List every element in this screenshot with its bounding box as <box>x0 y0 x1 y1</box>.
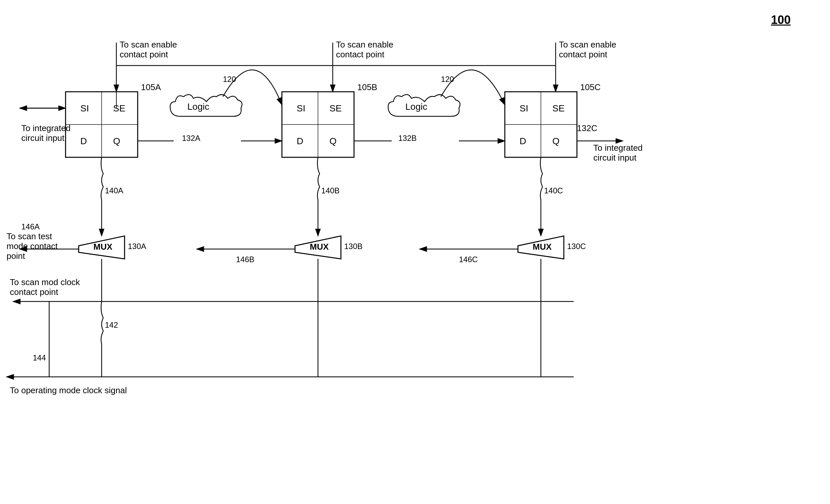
svg-text:SI: SI <box>80 103 89 113</box>
svg-text:SI: SI <box>297 103 305 113</box>
svg-text:To integrated: To integrated <box>593 143 642 153</box>
svg-text:MUX: MUX <box>93 242 113 252</box>
svg-text:144: 144 <box>33 353 46 362</box>
svg-text:MUX: MUX <box>310 242 329 252</box>
svg-text:146A: 146A <box>21 222 40 231</box>
svg-text:140B: 140B <box>321 186 340 195</box>
svg-text:105C: 105C <box>580 82 601 92</box>
svg-text:140A: 140A <box>105 186 123 195</box>
svg-text:132A: 132A <box>182 134 200 142</box>
svg-text:105A: 105A <box>141 82 161 92</box>
svg-text:142: 142 <box>105 321 118 329</box>
svg-text:SE: SE <box>552 103 565 113</box>
svg-text:130A: 130A <box>128 242 146 251</box>
svg-text:To scan enable: To scan enable <box>336 40 393 49</box>
svg-text:146C: 146C <box>459 255 478 264</box>
svg-text:To scan enable: To scan enable <box>559 40 616 49</box>
svg-text:To scan enable: To scan enable <box>120 40 177 49</box>
svg-text:circuit input: circuit input <box>593 153 637 163</box>
svg-text:mode contact: mode contact <box>6 241 58 251</box>
svg-text:120: 120 <box>441 75 454 83</box>
svg-text:Logic: Logic <box>188 102 210 112</box>
svg-text:contact point: contact point <box>10 287 58 297</box>
svg-text:Logic: Logic <box>406 102 427 112</box>
circuit-diagram: SI SE D Q 105A SI SE D Q 105B SI SE D Q … <box>0 0 830 504</box>
svg-text:130C: 130C <box>567 242 586 251</box>
svg-text:To operating mode clock signal: To operating mode clock signal <box>10 385 127 395</box>
svg-text:SE: SE <box>329 103 342 113</box>
svg-text:To integrated: To integrated <box>21 123 70 133</box>
svg-text:D: D <box>297 136 303 146</box>
svg-text:D: D <box>519 136 526 146</box>
svg-text:contact point: contact point <box>559 49 607 59</box>
svg-text:To scan mod  clock: To scan mod clock <box>10 277 80 287</box>
svg-text:contact point: contact point <box>120 49 168 59</box>
svg-text:circuit input: circuit input <box>21 133 65 143</box>
diagram-container: 100 SI SE D Q 105A SI SE D Q 105B SI <box>0 0 830 504</box>
svg-text:132C: 132C <box>577 123 597 133</box>
svg-text:130B: 130B <box>344 242 362 251</box>
svg-text:132B: 132B <box>398 134 417 142</box>
svg-text:140C: 140C <box>544 186 563 195</box>
svg-text:To scan test: To scan test <box>6 231 53 241</box>
svg-text:MUX: MUX <box>533 242 552 252</box>
svg-text:point: point <box>6 251 25 261</box>
svg-text:120: 120 <box>223 75 236 83</box>
svg-text:Q: Q <box>552 136 560 146</box>
svg-text:SI: SI <box>519 103 528 113</box>
svg-text:D: D <box>80 136 87 146</box>
svg-text:SE: SE <box>113 103 125 113</box>
svg-text:Q: Q <box>329 136 337 146</box>
svg-text:contact point: contact point <box>336 49 384 59</box>
svg-text:105B: 105B <box>357 82 377 92</box>
svg-text:Q: Q <box>113 136 120 146</box>
svg-text:146B: 146B <box>236 255 254 264</box>
